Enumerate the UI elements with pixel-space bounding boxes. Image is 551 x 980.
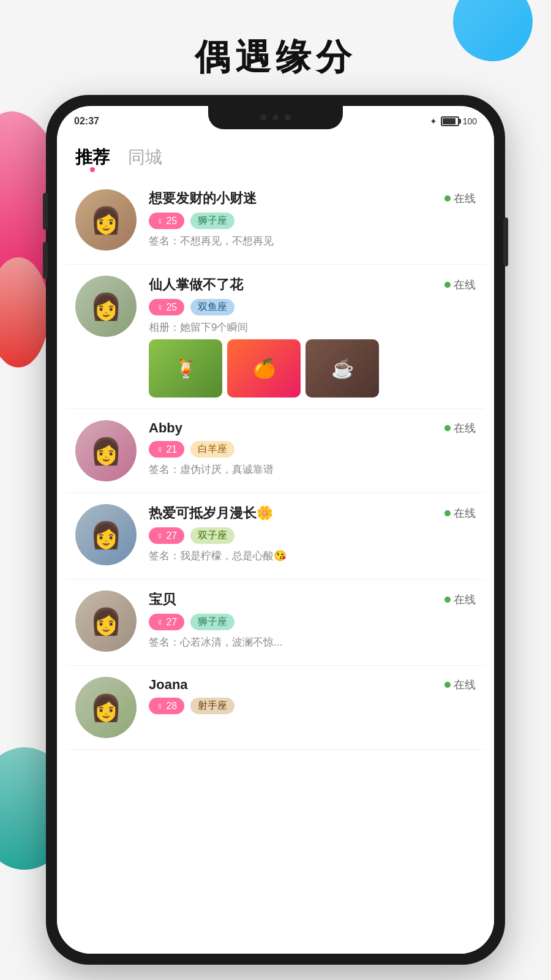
avatar: 👩	[75, 504, 137, 565]
zodiac-tag: 白羊座	[190, 441, 234, 458]
zodiac-tag: 双子座	[190, 527, 234, 544]
avatar: 👩	[75, 189, 137, 251]
avatar: 👩	[75, 276, 137, 337]
online-dot	[444, 597, 451, 603]
gender-tag: ♀ 27	[149, 527, 184, 544]
battery-icon	[441, 116, 459, 126]
user-name-row: 仙人掌做不了花 在线	[149, 276, 476, 294]
online-label: 在线	[454, 506, 476, 521]
phone-screen: 02:37 ✦ 100 推荐 同城 👩	[57, 106, 494, 954]
battery-level: 100	[463, 116, 477, 126]
status-time: 02:37	[74, 116, 99, 127]
user-signature: 签名：虚伪讨厌，真诚靠谱	[149, 462, 476, 477]
online-dot	[444, 682, 451, 688]
user-name: Joana	[149, 677, 188, 693]
online-dot	[444, 282, 451, 288]
tab-recommend[interactable]: 推荐	[75, 146, 110, 172]
gender-tag: ♀ 28	[149, 698, 184, 714]
phone-frame: 02:37 ✦ 100 推荐 同城 👩	[46, 95, 505, 965]
speaker-dot	[285, 115, 291, 121]
sensor-dot	[272, 115, 279, 121]
tabs: 推荐 同城	[57, 137, 494, 178]
online-status: 在线	[444, 592, 476, 607]
user-signature: 签名：我是柠檬，总是心酸😘	[149, 549, 476, 563]
user-info: Abby 在线 ♀ 21 白羊座 签名：虚伪讨厌，真诚靠谱	[149, 420, 476, 481]
user-name-row: Joana 在线	[149, 677, 476, 693]
user-name-row: 热爱可抵岁月漫长🌼 在线	[149, 504, 476, 522]
tab-nearby[interactable]: 同城	[128, 146, 162, 172]
list-item[interactable]: 👩 仙人掌做不了花 在线 ♀ 25 双鱼座	[66, 265, 485, 409]
user-name-row: 宝贝 在线	[149, 590, 476, 609]
gender-tag: ♀ 27	[149, 614, 184, 630]
user-name: 热爱可抵岁月漫长🌼	[149, 504, 273, 522]
online-label: 在线	[454, 421, 476, 435]
gender-tag: ♀ 21	[149, 441, 184, 458]
tags-row: ♀ 27 狮子座	[149, 614, 476, 630]
online-label: 在线	[454, 677, 476, 692]
list-item[interactable]: 👩 Abby 在线 ♀ 21 白羊座	[66, 409, 485, 493]
user-name: 宝贝	[149, 590, 176, 609]
user-name-row: Abby 在线	[149, 420, 476, 436]
user-list: 👩 想要发财的小财迷 在线 ♀ 25 狮子座	[57, 178, 494, 750]
online-status: 在线	[444, 677, 476, 692]
online-status: 在线	[444, 421, 476, 435]
user-name: 仙人掌做不了花	[149, 276, 243, 294]
tags-row: ♀ 25 双鱼座	[149, 299, 476, 315]
user-info: 仙人掌做不了花 在线 ♀ 25 双鱼座 相册：她留下9个瞬间	[149, 276, 476, 398]
user-name: Abby	[149, 420, 182, 436]
online-label: 在线	[454, 592, 476, 607]
bluetooth-icon: ✦	[430, 116, 437, 126]
gender-tag: ♀ 25	[149, 299, 184, 315]
tags-row: ♀ 21 白羊座	[149, 441, 476, 458]
album-label: 相册：她留下9个瞬间	[149, 320, 476, 334]
photo-strip: 🍹 🍊 ☕	[149, 339, 476, 398]
drink-photo-2: 🍊	[227, 339, 301, 398]
power-button	[503, 217, 508, 266]
drink-photo-1: 🍹	[149, 339, 222, 398]
volume-down-button	[43, 242, 48, 279]
list-item[interactable]: 👩 Joana 在线 ♀ 28 射手座	[66, 666, 485, 750]
user-info: 想要发财的小财迷 在线 ♀ 25 狮子座 签名：不想再见，不想再见	[149, 189, 476, 253]
online-dot	[444, 510, 451, 516]
zodiac-tag: 狮子座	[190, 614, 234, 630]
zodiac-tag: 双鱼座	[190, 299, 234, 315]
online-label: 在线	[454, 277, 476, 292]
user-signature: 签名：不想再见，不想再见	[149, 234, 476, 248]
tags-row: ♀ 25 狮子座	[149, 213, 476, 229]
volume-up-button	[43, 193, 48, 230]
online-dot	[444, 195, 451, 202]
list-item[interactable]: 👩 宝贝 在线 ♀ 27 狮子座	[66, 579, 485, 666]
gender-tag: ♀ 25	[149, 213, 184, 229]
user-name-row: 想要发财的小财迷 在线	[149, 189, 476, 208]
avatar: 👩	[75, 677, 137, 738]
tags-row: ♀ 27 双子座	[149, 527, 476, 544]
camera-dot	[260, 115, 266, 121]
list-item[interactable]: 👩 热爱可抵岁月漫长🌼 在线 ♀ 27 双子座	[66, 493, 485, 579]
user-name: 想要发财的小财迷	[149, 189, 257, 208]
user-info: 热爱可抵岁月漫长🌼 在线 ♀ 27 双子座 签名：我是柠檬，总是心酸😘	[149, 504, 476, 568]
page-title: 偶遇缘分	[0, 34, 551, 81]
photo-thumb: ☕	[305, 339, 379, 398]
online-status: 在线	[444, 277, 476, 292]
online-status: 在线	[444, 191, 476, 206]
avatar: 👩	[75, 590, 137, 652]
tags-row: ♀ 28 射手座	[149, 698, 476, 714]
content-area: 推荐 同城 👩 想要发财的小财迷 在线	[57, 137, 494, 954]
user-signature: 签名：心若冰清，波澜不惊...	[149, 635, 476, 649]
online-label: 在线	[454, 191, 476, 206]
photo-thumb: 🍊	[227, 339, 301, 398]
photo-thumb: 🍹	[149, 339, 222, 398]
zodiac-tag: 狮子座	[190, 213, 234, 229]
notch	[208, 106, 343, 129]
drink-photo-3: ☕	[305, 339, 379, 398]
online-dot	[444, 425, 451, 431]
avatar: 👩	[75, 420, 137, 481]
zodiac-tag: 射手座	[190, 698, 234, 714]
user-info: Joana 在线 ♀ 28 射手座	[149, 677, 476, 719]
list-item[interactable]: 👩 想要发财的小财迷 在线 ♀ 25 狮子座	[66, 178, 485, 265]
online-status: 在线	[444, 506, 476, 521]
status-right: ✦ 100	[430, 116, 477, 126]
user-info: 宝贝 在线 ♀ 27 狮子座 签名：心若冰清，波澜不惊...	[149, 590, 476, 654]
